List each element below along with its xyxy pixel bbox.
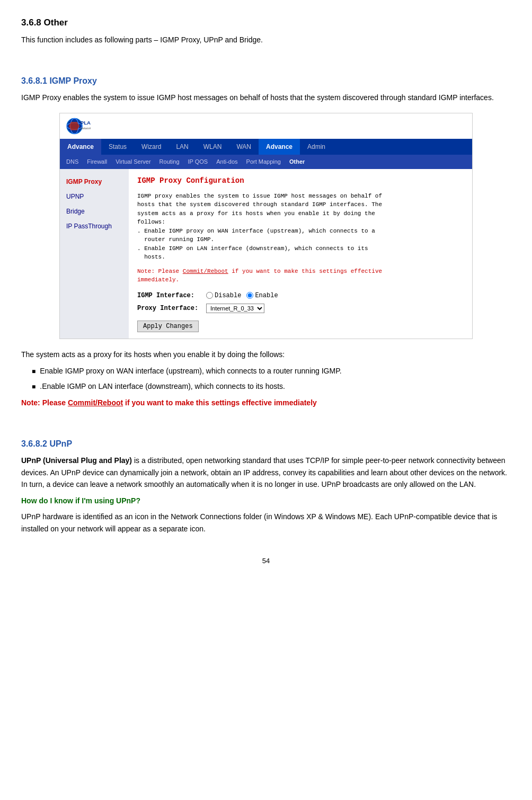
nav-wizard[interactable]: Wizard <box>134 139 169 155</box>
config-title: IGMP Proxy Configuration <box>137 175 464 186</box>
sub-other[interactable]: Other <box>285 156 309 168</box>
router-nav-bar: Advance Status Wizard LAN WLAN WAN Advan… <box>60 139 472 155</box>
igmp-disable-label: Disable <box>215 291 241 300</box>
router-header: PLANET Networking & Communication <box>60 113 472 139</box>
proxy-interface-select[interactable]: Internet_R_0_33 <box>206 304 264 313</box>
proxy-interface-label: Proxy Interface: <box>137 304 206 313</box>
nav-advance[interactable]: Advance <box>60 139 101 155</box>
sidebar-ip-passthrough[interactable]: IP PassThrough <box>60 219 129 234</box>
svg-text:PLANET: PLANET <box>81 120 91 126</box>
config-description: IGMP proxy enables the system to issue I… <box>137 192 464 262</box>
proxy-interface-row: Proxy Interface: Internet_R_0_33 <box>137 304 464 313</box>
router-config-content: IGMP Proxy Configuration IGMP proxy enab… <box>129 169 472 339</box>
commit-reboot-link-inner[interactable]: Commit/Reboot <box>183 268 228 274</box>
section-title: 3.6.8 Other <box>21 16 511 30</box>
upnp-bold-intro: UPnP (Universal Plug and Play) <box>21 456 132 465</box>
apply-button-container: Apply Changes <box>137 316 464 332</box>
nav-wlan[interactable]: WLAN <box>196 139 229 155</box>
sub-ipqos[interactable]: IP QOS <box>184 156 212 168</box>
upnp-question: How do I know if I'm using UPnP? <box>21 495 511 506</box>
planet-logo: PLANET Networking & Communication <box>65 117 91 136</box>
router-screenshot: PLANET Networking & Communication Advanc… <box>59 113 473 339</box>
nav-advance-active[interactable]: Advance <box>259 139 300 155</box>
bullet-2-text: .Enable IGMP on LAN interface (downstrea… <box>40 381 285 392</box>
bullet-1-text: Enable IGMP proxy on WAN interface (upst… <box>40 366 341 377</box>
section-intro: This function includes as following part… <box>21 34 511 46</box>
apply-changes-button[interactable]: Apply Changes <box>137 321 199 332</box>
config-note: Note: Please Commit/Reboot if you want t… <box>137 267 464 285</box>
upnp-intro: UPnP (Universal Plug and Play) is a dist… <box>21 455 511 490</box>
sidebar-bridge[interactable]: Bridge <box>60 204 129 219</box>
nav-lan[interactable]: LAN <box>169 139 196 155</box>
page-footer: 54 <box>21 556 511 566</box>
sub-routing[interactable]: Routing <box>155 156 184 168</box>
router-body: IGMP Proxy UPNP Bridge IP PassThrough IG… <box>60 169 472 339</box>
sidebar-upnp[interactable]: UPNP <box>60 189 129 204</box>
note-line: Note: Please Commit/Reboot if you want t… <box>21 397 511 408</box>
sub-virtual-server[interactable]: Virtual Server <box>111 156 155 168</box>
sub-port-mapping[interactable]: Port Mapping <box>242 156 285 168</box>
igmp-interface-row: IGMP Interface: Disable Enable <box>137 291 464 300</box>
sub-firewall[interactable]: Firewall <box>83 156 111 168</box>
sidebar-igmp-proxy[interactable]: IGMP Proxy <box>60 174 129 189</box>
svg-text:Networking & Communication: Networking & Communication <box>81 127 91 130</box>
igmp-enable-option[interactable]: Enable <box>246 291 278 300</box>
planet-logo-svg: PLANET Networking & Communication <box>65 117 91 136</box>
router-sidebar: IGMP Proxy UPNP Bridge IP PassThrough <box>60 169 129 339</box>
sub-dns[interactable]: DNS <box>62 156 83 168</box>
sub-antidos[interactable]: Anti-dos <box>212 156 242 168</box>
igmp-description: IGMP Proxy enables the system to issue I… <box>21 92 511 103</box>
nav-wan[interactable]: WAN <box>229 139 259 155</box>
note-text: Note: Please <box>21 398 66 407</box>
upnp-answer: UPnP hardware is identified as an icon i… <box>21 511 511 535</box>
proxy-hosts-text: The system acts as a proxy for its hosts… <box>21 349 511 360</box>
commit-reboot-link[interactable]: Commit/Reboot <box>68 398 123 407</box>
proxy-interface-controls: Internet_R_0_33 <box>206 304 264 313</box>
router-sub-nav: DNS Firewall Virtual Server Routing IP Q… <box>60 155 472 169</box>
subsection-upnp-title: 3.6.8.2 UPnP <box>21 438 511 450</box>
subsection-igmp-title: 3.6.8.1 IGMP Proxy <box>21 75 511 87</box>
igmp-interface-label: IGMP Interface: <box>137 291 206 300</box>
igmp-enable-label: Enable <box>255 291 278 300</box>
nav-admin[interactable]: Admin <box>300 139 333 155</box>
bullet-item-1: Enable IGMP proxy on WAN interface (upst… <box>32 366 511 377</box>
igmp-disable-radio[interactable] <box>206 292 213 299</box>
nav-status[interactable]: Status <box>101 139 134 155</box>
bullet-list: Enable IGMP proxy on WAN interface (upst… <box>32 366 511 392</box>
page-number: 54 <box>262 557 270 565</box>
igmp-enable-radio[interactable] <box>246 292 253 299</box>
igmp-disable-option[interactable]: Disable <box>206 291 241 300</box>
bullet-item-2: .Enable IGMP on LAN interface (downstrea… <box>32 381 511 392</box>
igmp-interface-controls: Disable Enable <box>206 291 278 300</box>
